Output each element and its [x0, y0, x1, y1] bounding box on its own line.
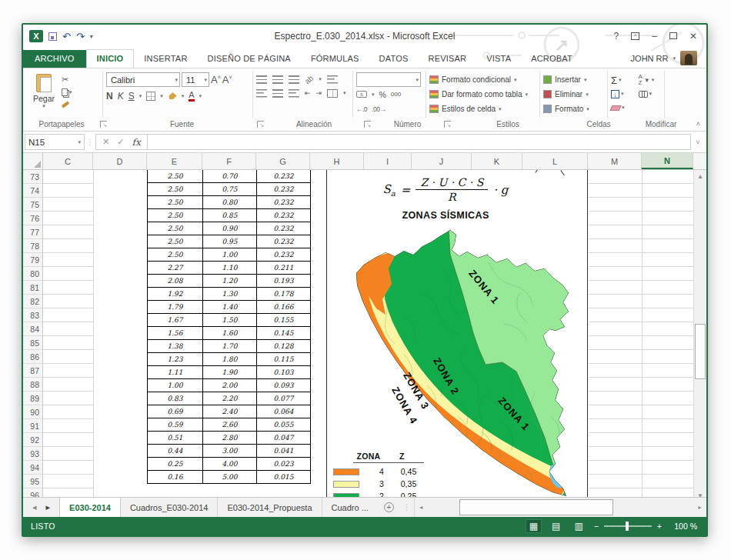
cell-c-value[interactable]: 0.44	[148, 444, 203, 458]
formula-input[interactable]	[147, 134, 691, 150]
cell-t-value[interactable]: 5.00	[203, 470, 257, 484]
bold-button[interactable]: N	[106, 91, 113, 102]
cell-c-value[interactable]: 1.92	[148, 287, 203, 301]
column-header[interactable]: G	[256, 153, 310, 169]
row-header[interactable]: 90	[23, 405, 42, 419]
cell-c-value[interactable]: 2.50	[148, 208, 203, 222]
orientation-button[interactable]: ab	[303, 73, 315, 85]
fill-color-button[interactable]	[168, 92, 177, 100]
row-header[interactable]: 95	[23, 475, 42, 488]
row-header[interactable]: 92	[23, 433, 42, 447]
row-header[interactable]: 79	[23, 253, 42, 267]
row-header[interactable]: 91	[23, 419, 42, 433]
row-header[interactable]: 84	[23, 322, 42, 336]
cell-c-value[interactable]: 2.08	[148, 274, 203, 288]
align-bottom-button[interactable]	[289, 75, 299, 84]
scroll-right-icon[interactable]: ▸	[693, 504, 706, 511]
row-header[interactable]: 80	[23, 267, 42, 281]
cell-c-value[interactable]: 2.50	[148, 182, 203, 196]
accounting-format-icon[interactable]: $	[356, 91, 367, 98]
wrap-text-button[interactable]	[327, 75, 338, 84]
column-header[interactable]: K	[472, 153, 522, 169]
style-menu-button[interactable]: Estilos de celda ▾	[429, 102, 536, 116]
cell-t-value[interactable]: 1.50	[203, 313, 257, 327]
column-header[interactable]: H	[310, 153, 364, 169]
cell-t-value[interactable]: 2.80	[203, 431, 257, 445]
collapse-ribbon-icon[interactable]: ˄	[696, 120, 700, 128]
cell-sa-value[interactable]: 0.232	[257, 222, 311, 235]
cell-t-value[interactable]: 0.75	[203, 182, 257, 196]
italic-button[interactable]: K	[118, 91, 124, 102]
grid-canvas[interactable]: 2.50 0.70 0.232 2.50 0.75 0.232 2.50 0.8…	[43, 170, 693, 497]
cell-t-value[interactable]: 1.20	[203, 274, 257, 288]
fill-button[interactable]: ↓▾	[611, 88, 634, 100]
column-header[interactable]: D	[93, 153, 147, 169]
cell-sa-value[interactable]: 0.166	[257, 300, 311, 314]
cell-t-value[interactable]: 0.90	[203, 222, 257, 235]
close-button[interactable]: ✕	[689, 31, 697, 42]
increase-decimal-button[interactable]: ←.0	[356, 105, 367, 113]
user-avatar[interactable]	[680, 51, 697, 65]
cell-c-value[interactable]: 0.83	[148, 392, 203, 405]
expand-formula-bar-icon[interactable]: ˅	[691, 134, 705, 150]
page-layout-view-icon[interactable]: ▤	[549, 520, 563, 532]
cell-sa-value[interactable]: 0.055	[257, 418, 311, 432]
insert-function-icon[interactable]: fx	[132, 137, 140, 148]
zoom-in-icon[interactable]: +	[657, 522, 662, 531]
column-header[interactable]: I	[364, 153, 412, 169]
ribbon-tab[interactable]: DATOS	[369, 50, 419, 68]
format-painter-button[interactable]	[62, 99, 72, 109]
cell-c-value[interactable]: 1.38	[148, 339, 203, 353]
cell-sa-value[interactable]: 0.064	[257, 405, 311, 418]
row-header[interactable]: 86	[23, 350, 42, 364]
cell-c-value[interactable]: 1.11	[148, 365, 203, 379]
cell-c-value[interactable]: 0.59	[148, 418, 203, 432]
decrease-decimal-button[interactable]: .00→	[372, 105, 386, 113]
user-name[interactable]: JOHN RR	[631, 54, 669, 63]
row-header[interactable]: 73	[23, 170, 42, 184]
column-header[interactable]: E	[147, 153, 202, 169]
cell-t-value[interactable]: 1.10	[203, 261, 257, 275]
cell-t-value[interactable]: 1.80	[203, 352, 257, 366]
dialog-launcher-icon[interactable]: ↘	[100, 121, 107, 128]
sort-filter-button[interactable]: AZ▼▾	[639, 74, 662, 86]
cell-sa-value[interactable]: 0.193	[257, 274, 311, 288]
cell-c-value[interactable]: 2.50	[148, 222, 203, 235]
cell-t-value[interactable]: 2.00	[203, 378, 257, 392]
row-header[interactable]: 87	[23, 364, 42, 378]
row-header[interactable]: 82	[23, 295, 42, 308]
row-header[interactable]: 96	[23, 488, 42, 497]
cell-t-value[interactable]: 4.00	[203, 457, 257, 471]
cell-sa-value[interactable]: 0.178	[257, 287, 311, 301]
vertical-scrollbar[interactable]: ▲ ▼	[693, 170, 706, 497]
row-header[interactable]: 83	[23, 308, 42, 322]
align-middle-button[interactable]	[272, 75, 283, 84]
zoom-percentage[interactable]: 100 %	[669, 522, 697, 531]
row-header[interactable]: 88	[23, 378, 42, 392]
cell-sa-value[interactable]: 0.023	[257, 457, 311, 471]
cell-c-value[interactable]: 1.00	[148, 378, 203, 392]
ribbon-tab[interactable]: ACROBAT	[521, 50, 582, 68]
clear-button[interactable]: ▾	[611, 102, 634, 114]
dialog-launcher-icon[interactable]: ↘	[364, 121, 371, 128]
scroll-down-icon[interactable]: ▼	[694, 489, 706, 497]
ribbon-tab[interactable]: REVISAR	[419, 50, 477, 68]
cell-sa-value[interactable]: 0.047	[257, 431, 311, 445]
cell-c-value[interactable]: 2.50	[148, 170, 203, 183]
scroll-up-icon[interactable]: ▲	[694, 170, 706, 183]
cell-t-value[interactable]: 0.80	[203, 195, 257, 209]
cell-sa-value[interactable]: 0.093	[257, 378, 311, 392]
cell-t-value[interactable]: 2.40	[203, 405, 257, 418]
cell-sa-value[interactable]: 0.232	[257, 195, 311, 209]
decrease-font-button[interactable]: A˅	[222, 74, 232, 85]
enter-icon[interactable]: ✓	[117, 137, 124, 147]
excel-logo-icon[interactable]: X	[29, 30, 43, 42]
cell-c-value[interactable]: 2.50	[148, 195, 203, 209]
increase-font-button[interactable]: A˄	[211, 74, 221, 85]
cell-sa-value[interactable]: 0.145	[257, 326, 311, 340]
cell-sa-value[interactable]: 0.232	[257, 248, 311, 262]
cell-c-value[interactable]: 2.50	[148, 248, 203, 262]
sheet-tab[interactable]: Cuadros_E030-2014	[121, 498, 219, 517]
merge-center-button[interactable]	[327, 89, 338, 98]
sheet-nav-next-icon[interactable]: ▸	[46, 502, 51, 512]
